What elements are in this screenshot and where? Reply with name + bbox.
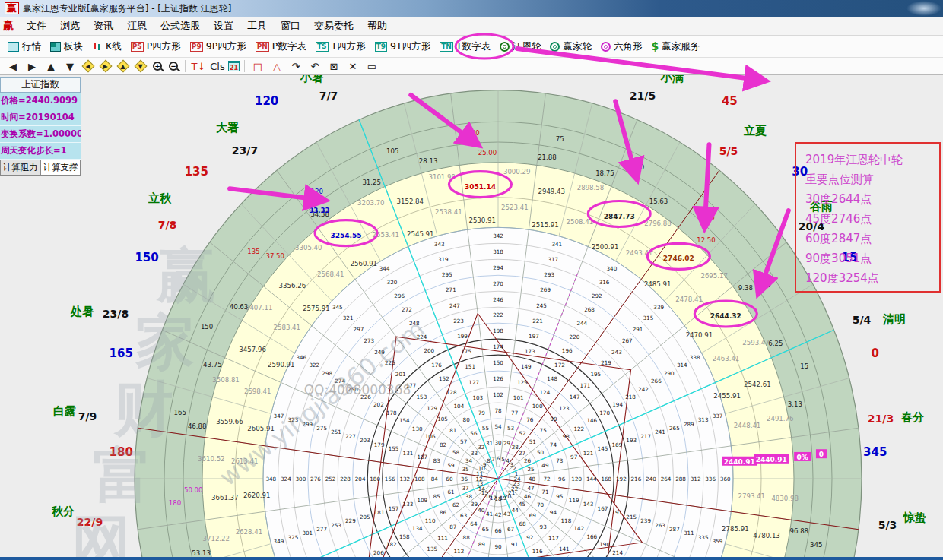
wheel-number: 144 xyxy=(586,476,597,482)
nav-right-icon[interactable]: ▶ xyxy=(24,61,40,72)
inner-price-value: 2515.91 xyxy=(532,221,559,229)
wheel-number: 190 xyxy=(599,541,610,548)
menu-帮助[interactable]: 帮助 xyxy=(360,17,394,34)
toolbar-p-number-table[interactable]: PNP数字表 xyxy=(252,39,311,55)
menu-资讯[interactable]: 资讯 xyxy=(87,17,120,34)
nav-left-icon[interactable]: ◀ xyxy=(5,61,21,72)
wheel-number: 98 xyxy=(563,433,570,440)
toolbar-t-number-table[interactable]: TNT数字表 xyxy=(437,39,495,55)
outer-degree-label: 150 xyxy=(135,251,158,264)
toolbar-sectors[interactable]: 板块 xyxy=(47,39,87,55)
menu-设置[interactable]: 设置 xyxy=(207,17,240,34)
wheel-number: 46 xyxy=(524,493,532,500)
menu-工具[interactable]: 工具 xyxy=(240,17,274,34)
cls-icon[interactable]: Cls xyxy=(209,61,226,72)
toolbar-winner-service[interactable]: $赢家服务 xyxy=(648,39,704,55)
toolbar-hexagon[interactable]: 六角形 xyxy=(598,39,647,55)
wheel-number: 152 xyxy=(439,375,449,382)
shift-right-icon[interactable]: ▶ xyxy=(100,60,113,73)
date-label: 23/7 xyxy=(232,144,258,157)
percent-value: 31.25 xyxy=(362,179,381,186)
p-square-label: P四方形 xyxy=(147,40,181,53)
toolbar-9p-square[interactable]: P99P四方形 xyxy=(187,39,251,55)
wheel-number: 167 xyxy=(598,505,608,512)
season-label: 大署 xyxy=(216,121,239,134)
wheel-number: 119 xyxy=(569,497,579,504)
percent-value: 25.00 xyxy=(478,149,497,157)
toolbar-p-square[interactable]: PSP四方形 xyxy=(128,39,186,55)
wheel-number: 313 xyxy=(698,416,709,423)
info-row-1: 时间=20190104 xyxy=(0,109,81,126)
t-number-table-label: T数字表 xyxy=(456,40,491,53)
nav-down-icon[interactable]: ▼ xyxy=(62,61,78,72)
wheel-number: 223 xyxy=(453,318,464,324)
watermark-brand: 财 xyxy=(113,375,173,443)
wheel-number: 45 xyxy=(519,501,525,508)
wheel-number: 105 xyxy=(437,416,448,422)
wheel-number: 344 xyxy=(379,265,390,272)
button-计算支撑[interactable]: 计算支撑 xyxy=(40,160,81,176)
toolbar-9t-square[interactable]: T99T四方形 xyxy=(372,39,436,55)
toolbar-quotes[interactable]: 行情 xyxy=(5,39,46,55)
toolbar-gann-wheel[interactable]: 江恩轮 xyxy=(497,39,546,55)
menu-浏览[interactable]: 浏览 xyxy=(53,17,87,34)
toolbar-winner-wheel[interactable]: 赢家轮 xyxy=(547,39,596,55)
inner-price-value: 2463.41 xyxy=(713,355,740,362)
outer-degree-label: 45 xyxy=(722,94,738,108)
wheel-number: 50 xyxy=(537,449,545,456)
zoom-out-icon[interactable]: − xyxy=(169,62,178,71)
toolbar-kline[interactable]: K线 xyxy=(89,39,126,55)
menu-交易委托[interactable]: 交易委托 xyxy=(307,17,360,34)
wheel-number: 287 xyxy=(669,526,680,533)
inner-price-value: 2523.41 xyxy=(501,204,529,211)
wheel-number: 124 xyxy=(540,389,551,396)
menu-窗口[interactable]: 窗口 xyxy=(274,17,307,34)
wheel-number: 267 xyxy=(622,337,633,344)
select-area-icon[interactable]: ▭ xyxy=(364,61,380,72)
menu-文件[interactable]: 文件 xyxy=(20,17,53,34)
wheel-number: 49 xyxy=(541,462,549,469)
wheel-number: 220 xyxy=(570,334,580,340)
date-label: 21/3 xyxy=(868,413,894,425)
wheel-number: 147 xyxy=(570,394,580,400)
calendar-icon[interactable]: 21 xyxy=(228,61,240,71)
outer-price-value: 4830.98 xyxy=(771,495,799,502)
menu-公式选股[interactable]: 公式选股 xyxy=(154,17,207,34)
wheel-number: 89 xyxy=(478,541,486,548)
wheel-number: 79 xyxy=(478,410,486,416)
wheel-number: 94 xyxy=(550,509,557,516)
shrink-icon[interactable]: ✕ xyxy=(344,61,361,72)
menu-江恩[interactable]: 江恩 xyxy=(120,17,154,34)
percent-value: 15.63 xyxy=(649,198,668,205)
inner-price-value: 2785.91 xyxy=(722,525,749,533)
rotate-ccw-icon[interactable]: ↶ xyxy=(306,61,323,72)
wheel-number: 155 xyxy=(389,445,399,452)
toolbar-t-square[interactable]: TST四方形 xyxy=(313,39,370,55)
wheel-number: 277 xyxy=(316,526,327,533)
outer-price-value: 3305.40 xyxy=(295,244,322,252)
zoom-in-icon[interactable]: + xyxy=(153,62,162,71)
nav-up-icon[interactable]: ▲ xyxy=(43,61,59,72)
price-axis-icon[interactable]: T↓ xyxy=(190,61,207,72)
wheel-number: 107 xyxy=(417,454,427,460)
shift-down-icon[interactable]: ▼ xyxy=(135,60,148,73)
rotate-cw-icon[interactable]: ↷ xyxy=(287,61,304,72)
inner-price-value: 2538.41 xyxy=(435,208,462,216)
wheel-number: 103 xyxy=(472,394,483,401)
shift-up-icon[interactable]: ▲ xyxy=(117,60,130,73)
wheel-number: 2 xyxy=(513,465,516,472)
wheel-number: 243 xyxy=(611,349,622,356)
wheel-number: 169 xyxy=(611,441,622,448)
delete-box-icon[interactable]: ⊠ xyxy=(325,61,342,72)
wheel-number: 93 xyxy=(540,524,547,530)
wheel-number: 32 xyxy=(478,444,484,451)
wheel-number: 34 xyxy=(465,457,473,464)
season-label: 小满 xyxy=(660,75,684,84)
button-计算阻力[interactable]: 计算阻力 xyxy=(0,160,40,176)
wheel-number: 146 xyxy=(586,417,597,424)
wheel-number: 246 xyxy=(493,296,503,303)
rect-tool-icon[interactable]: □ xyxy=(249,61,266,72)
wheel-number: 153 xyxy=(417,394,427,400)
shift-left-icon[interactable]: ◀ xyxy=(82,60,95,73)
triangle-tool-icon[interactable]: △ xyxy=(268,61,285,72)
